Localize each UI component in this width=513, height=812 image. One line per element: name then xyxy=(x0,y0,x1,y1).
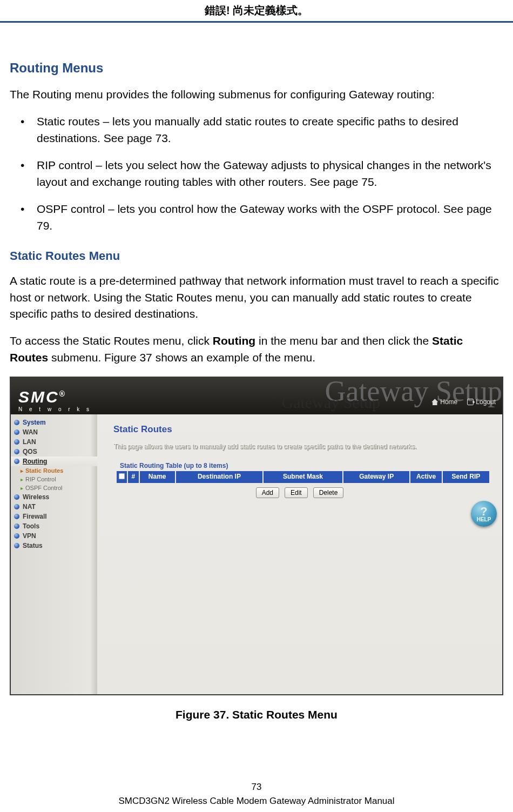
col-send-rip: Send RIP xyxy=(443,471,489,483)
col-subnet-mask: Subnet Mask xyxy=(264,471,343,483)
text-fragment: submenu. Figure 37 shows an example of t… xyxy=(48,351,315,364)
logo-registered: ® xyxy=(59,390,66,398)
dot-icon xyxy=(14,514,19,519)
logo-subtitle: N e t w o r k s xyxy=(18,406,92,412)
nav-label: VPN xyxy=(23,532,36,540)
nav-label: LAN xyxy=(23,438,36,446)
side-navigation: System WAN LAN QOS Routing ▸Static Route… xyxy=(11,414,97,694)
dot-icon xyxy=(14,524,19,529)
dot-icon xyxy=(14,504,19,509)
arrow-icon: ▸ xyxy=(21,477,23,482)
text-fragment: To access the Static Routes menu, click xyxy=(10,334,213,347)
col-destination-ip: Destination IP xyxy=(176,471,264,483)
logo-main-text: SMC xyxy=(18,388,59,406)
nav-wireless[interactable]: Wireless xyxy=(11,492,97,502)
nav-firewall[interactable]: Firewall xyxy=(11,512,97,521)
nav-system[interactable]: System xyxy=(11,418,97,427)
submenu-bullet-list: Static routes – lets you manually add st… xyxy=(10,113,503,234)
edit-button[interactable]: Edit xyxy=(285,487,308,498)
nav-label: QOS xyxy=(23,448,37,455)
dot-icon xyxy=(14,533,19,539)
logo-text: SMC® xyxy=(18,388,66,406)
dot-icon xyxy=(14,430,19,435)
nav-sub-label: RIP Control xyxy=(25,476,56,482)
nav-label: Routing xyxy=(23,458,47,465)
add-button[interactable]: Add xyxy=(256,487,279,498)
logout-link[interactable]: Logout xyxy=(467,398,496,406)
nav-label: Firewall xyxy=(23,513,47,520)
page-footer: 73 SMCD3GN2 Wireless Cable Modem Gateway… xyxy=(0,782,513,807)
dot-icon xyxy=(14,439,19,445)
nav-routing[interactable]: Routing xyxy=(11,457,97,466)
dot-icon xyxy=(14,494,19,500)
page-number: 73 xyxy=(0,782,513,793)
logout-icon xyxy=(467,399,474,405)
nav-sub-label: OSPF Control xyxy=(25,485,62,491)
figure-caption: Figure 37. Static Routes Menu xyxy=(10,708,503,721)
nav-label: System xyxy=(23,419,46,426)
delete-button[interactable]: Delete xyxy=(313,487,344,498)
nav-status[interactable]: Status xyxy=(11,541,97,551)
nav-wan[interactable]: WAN xyxy=(11,427,97,437)
dot-icon xyxy=(14,420,19,425)
table-button-row: Add Edit Delete xyxy=(113,487,486,498)
panel-title: Static Routes xyxy=(113,424,489,435)
bullet-rip-control: RIP control – lets you select how the Ga… xyxy=(26,157,503,190)
heading-static-routes-menu: Static Routes Menu xyxy=(10,249,503,263)
home-icon xyxy=(431,399,438,405)
dot-icon xyxy=(14,449,19,454)
arrow-icon: ▸ xyxy=(21,485,23,491)
col-checkbox xyxy=(117,471,128,483)
header-checkbox[interactable] xyxy=(119,473,125,480)
dot-icon xyxy=(14,459,19,464)
header-divider xyxy=(0,21,513,23)
nav-sub-ospf-control[interactable]: ▸OSPF Control xyxy=(11,484,97,492)
nav-label: Status xyxy=(23,542,43,549)
nav-vpn[interactable]: VPN xyxy=(11,531,97,541)
panel-description: This page allows the users to manually a… xyxy=(113,442,489,450)
bullet-ospf-control: OSPF control – lets you control how the … xyxy=(26,201,503,234)
nav-sub-rip-control[interactable]: ▸RIP Control xyxy=(11,475,97,484)
col-gateway-ip: Gateway IP xyxy=(343,471,410,483)
static-routes-access: To access the Static Routes menu, click … xyxy=(10,333,503,366)
static-routes-desc: A static route is a pre-determined pathw… xyxy=(10,273,503,322)
page-content: Routing Menus The Routing menu provides … xyxy=(0,61,513,721)
nav-nat[interactable]: NAT xyxy=(11,502,97,512)
title-subtitle: Gateway Setup xyxy=(282,393,380,412)
nav-sub-static-routes[interactable]: ▸Static Routes xyxy=(11,466,97,475)
table-caption: Static Routing Table (up to 8 items) xyxy=(120,462,489,469)
heading-routing-menus: Routing Menus xyxy=(10,61,503,76)
help-button[interactable]: ? HELP xyxy=(471,501,497,527)
nav-label: Wireless xyxy=(23,493,49,501)
bold-routing: Routing xyxy=(213,334,255,347)
intro-paragraph: The Routing menu provides the following … xyxy=(10,86,503,103)
nav-qos[interactable]: QOS xyxy=(11,447,97,457)
header-links: Home Logout xyxy=(431,398,496,406)
main-panel: Static Routes This page allows the users… xyxy=(97,414,502,694)
logo: SMC® N e t w o r k s xyxy=(11,385,97,414)
static-routing-table-header: # Name Destination IP Subnet Mask Gatewa… xyxy=(117,471,489,483)
nav-label: Tools xyxy=(23,522,39,530)
screenshot-header-bar: SMC® N e t w o r k s Gateway Setup Gatew… xyxy=(11,378,502,414)
help-question-icon: ? xyxy=(480,506,487,518)
col-name: Name xyxy=(140,471,176,483)
page-header-error: 錯誤! 尚未定義樣式。 xyxy=(0,0,513,21)
bullet-static-routes: Static routes – lets you manually add st… xyxy=(26,113,503,146)
nav-tools[interactable]: Tools xyxy=(11,521,97,531)
nav-lan[interactable]: LAN xyxy=(11,437,97,447)
text-fragment: in the menu bar and then click the xyxy=(255,334,432,347)
footer-doc-title: SMCD3GN2 Wireless Cable Modem Gateway Ad… xyxy=(0,796,513,807)
col-number: # xyxy=(128,471,139,483)
dot-icon xyxy=(14,543,19,548)
home-link-label: Home xyxy=(440,398,457,406)
logout-link-label: Logout xyxy=(476,398,496,406)
arrow-icon: ▸ xyxy=(21,468,23,474)
col-active: Active xyxy=(410,471,443,483)
help-label: HELP xyxy=(477,516,491,522)
embedded-screenshot: SMC® N e t w o r k s Gateway Setup Gatew… xyxy=(10,377,503,695)
nav-label: WAN xyxy=(23,428,38,436)
nav-label: NAT xyxy=(23,503,36,511)
home-link[interactable]: Home xyxy=(431,398,457,406)
nav-sub-label: Static Routes xyxy=(25,467,63,474)
